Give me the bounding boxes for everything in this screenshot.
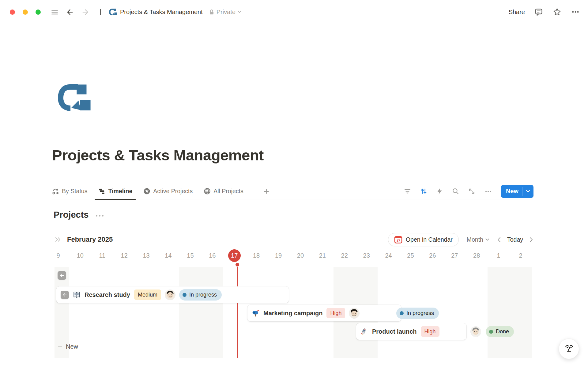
expand-icon[interactable] bbox=[468, 188, 475, 195]
assignee-avatar[interactable] bbox=[165, 290, 175, 300]
date-cell: 22 bbox=[334, 249, 356, 262]
date-cell: 27 bbox=[443, 249, 466, 262]
search-icon[interactable] bbox=[452, 188, 459, 195]
notion-window: Projects & Tasks Management Private Shar… bbox=[0, 0, 588, 368]
timeline-row bbox=[58, 271, 66, 280]
project-bar-research-study[interactable]: Research study Medium In progress bbox=[56, 286, 289, 303]
privacy-label: Private bbox=[217, 9, 236, 16]
date-cell: 12 bbox=[113, 249, 135, 262]
rocket-emoji bbox=[360, 328, 368, 335]
priority-tag[interactable]: High bbox=[326, 308, 345, 318]
mailbox-emoji bbox=[252, 309, 259, 317]
tab-label: By Status bbox=[62, 188, 87, 195]
status-icon bbox=[52, 188, 59, 195]
next-month-icon[interactable] bbox=[530, 237, 533, 242]
database-more-icon[interactable] bbox=[96, 213, 104, 217]
date-cell: 24 bbox=[378, 249, 400, 262]
chevron-down-icon bbox=[238, 11, 241, 13]
status-dot bbox=[489, 330, 493, 334]
date-cell: 11 bbox=[91, 249, 113, 262]
plus-icon bbox=[57, 344, 63, 350]
add-view-icon[interactable] bbox=[263, 188, 270, 195]
add-row-button[interactable]: New bbox=[57, 343, 78, 350]
automation-icon[interactable] bbox=[436, 188, 443, 195]
tab-label: Timeline bbox=[108, 188, 132, 195]
scroll-to-bar-left-icon[interactable] bbox=[58, 271, 66, 280]
menu-icon[interactable] bbox=[50, 7, 59, 17]
tab-label: Active Projects bbox=[153, 188, 193, 195]
date-cell: 9 bbox=[47, 249, 69, 262]
status-pill[interactable]: In progress bbox=[396, 308, 439, 319]
page-icon[interactable] bbox=[56, 83, 92, 114]
priority-tag[interactable]: Medium bbox=[134, 289, 161, 300]
open-in-calendar-button[interactable]: 17 Open in Calendar bbox=[388, 233, 459, 246]
prev-month-icon[interactable] bbox=[497, 237, 501, 242]
new-button[interactable]: New bbox=[501, 185, 533, 198]
priority-tag[interactable]: High bbox=[421, 326, 439, 337]
add-row-label: New bbox=[66, 343, 78, 350]
page-title: Projects & Tasks Management bbox=[52, 147, 264, 164]
date-cell: 19 bbox=[267, 249, 289, 262]
top-bar: Projects & Tasks Management Private Shar… bbox=[0, 0, 588, 24]
date-cell: 26 bbox=[421, 249, 443, 262]
tab-timeline[interactable]: Timeline bbox=[98, 183, 132, 200]
privacy-menu[interactable]: Private bbox=[209, 9, 241, 16]
assignee-avatar[interactable] bbox=[349, 308, 359, 318]
forward-icon[interactable] bbox=[81, 7, 90, 17]
timeline-scale-select[interactable]: Month bbox=[467, 236, 489, 243]
month-label: February 2025 bbox=[67, 236, 113, 243]
status-label: Done bbox=[496, 328, 509, 335]
new-button-label: New bbox=[501, 185, 522, 198]
view-toolbar: New bbox=[404, 185, 533, 198]
status-dot bbox=[400, 311, 404, 315]
timeline-row: Product launch High Done bbox=[356, 323, 514, 340]
filter-icon[interactable] bbox=[404, 188, 411, 195]
lock-icon bbox=[209, 9, 214, 15]
project-title: Research study bbox=[85, 291, 130, 298]
close-window-button[interactable] bbox=[10, 10, 15, 15]
star-circle-icon bbox=[143, 188, 150, 195]
timeline-grid: Research study Medium In progress bbox=[55, 267, 533, 358]
status-label: In progress bbox=[406, 310, 434, 316]
today-button[interactable]: Today bbox=[507, 236, 523, 243]
double-chevron-icon[interactable] bbox=[55, 236, 62, 243]
globe-icon bbox=[204, 188, 211, 195]
status-pill[interactable]: Done bbox=[486, 326, 514, 337]
zoom-window-button[interactable] bbox=[36, 10, 41, 15]
notion-ai-button[interactable] bbox=[559, 339, 579, 359]
new-page-icon[interactable] bbox=[96, 7, 105, 17]
project-bar-product-launch[interactable]: Product launch High bbox=[356, 323, 466, 340]
status-pill[interactable]: In progress bbox=[179, 289, 222, 301]
share-button[interactable]: Share bbox=[509, 9, 525, 16]
back-icon[interactable] bbox=[65, 7, 74, 17]
date-cell: 20 bbox=[289, 249, 311, 262]
date-cell: 18 bbox=[245, 249, 267, 262]
database-title[interactable]: Projects bbox=[54, 210, 89, 220]
open-in-calendar-label: Open in Calendar bbox=[406, 236, 453, 243]
tab-by-status[interactable]: By Status bbox=[52, 183, 87, 200]
scroll-to-bar-left-icon[interactable] bbox=[61, 291, 69, 299]
sort-icon[interactable] bbox=[420, 188, 427, 195]
star-icon[interactable] bbox=[552, 7, 562, 17]
scale-label: Month bbox=[467, 236, 483, 243]
tab-all-projects[interactable]: All Projects bbox=[204, 183, 243, 200]
more-options-icon[interactable] bbox=[484, 188, 492, 195]
date-cell: 25 bbox=[400, 249, 422, 262]
project-bar-marketing-campaign[interactable]: Marketing campaign High bbox=[247, 305, 401, 321]
new-button-chevron-down-icon[interactable] bbox=[522, 185, 533, 198]
svg-text:17: 17 bbox=[396, 239, 400, 243]
project-title: Marketing campaign bbox=[263, 310, 322, 317]
date-cell: 10 bbox=[69, 249, 91, 262]
breadcrumb-page-title[interactable]: Projects & Tasks Management bbox=[120, 9, 203, 16]
window-controls bbox=[10, 10, 41, 15]
view-tabs: By Status Timeline Active Projects All P… bbox=[52, 183, 270, 200]
timeline-icon bbox=[98, 188, 105, 195]
date-cell-today: 17 bbox=[223, 249, 245, 262]
calendar-icon: 17 bbox=[394, 236, 402, 244]
more-icon[interactable] bbox=[571, 7, 580, 17]
tab-active-projects[interactable]: Active Projects bbox=[143, 183, 193, 200]
comment-icon[interactable] bbox=[534, 7, 543, 17]
minimize-window-button[interactable] bbox=[23, 10, 28, 15]
date-cell: 13 bbox=[135, 249, 157, 262]
assignee-avatar[interactable] bbox=[471, 327, 481, 337]
